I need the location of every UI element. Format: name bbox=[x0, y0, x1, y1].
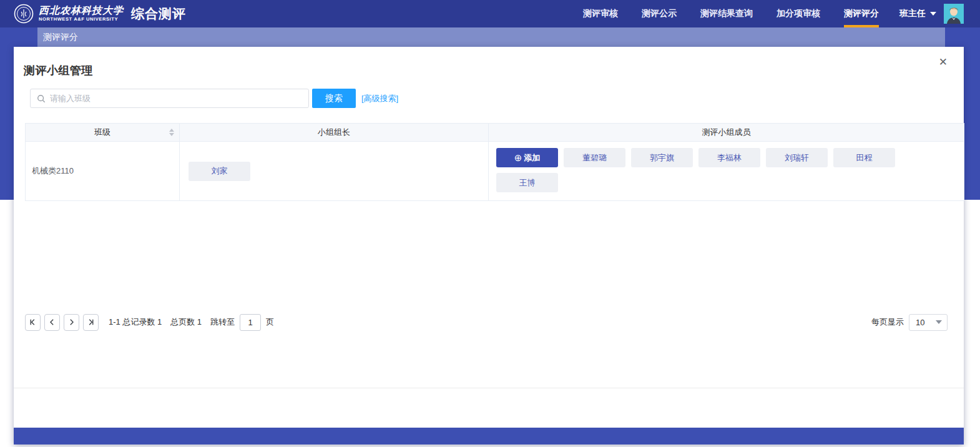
sort-icon[interactable] bbox=[169, 129, 174, 136]
per-page-label: 每页显示 bbox=[871, 317, 904, 328]
modal-title: 测评小组管理 bbox=[24, 63, 93, 78]
member-button[interactable]: 刘瑞轩 bbox=[766, 148, 828, 167]
jump-label: 跳转至 bbox=[210, 317, 235, 328]
search-button[interactable]: 搜索 bbox=[312, 89, 356, 108]
member-button[interactable]: 郭宇旗 bbox=[631, 148, 693, 167]
nav-item-publicity[interactable]: 测评公示 bbox=[642, 0, 677, 27]
nav-item-bonus-review[interactable]: 加分项审核 bbox=[777, 0, 820, 27]
avatar[interactable] bbox=[944, 4, 964, 24]
brand: 西北农林科技大学 NORTHWEST A&F UNIVERSITY 综合测评 bbox=[0, 0, 186, 27]
search-input[interactable] bbox=[50, 90, 308, 107]
search-icon bbox=[37, 94, 46, 103]
chevron-down-icon bbox=[930, 12, 936, 16]
per-page-select[interactable]: 10 bbox=[909, 314, 948, 331]
university-name-en: NORTHWEST A&F UNIVERSITY bbox=[39, 17, 124, 22]
members-row-1: ⊕ 添加 董碧璐 郭宇旗 李福林 刘瑞轩 田程 bbox=[496, 148, 964, 167]
total-pages: 总页数 1 bbox=[170, 317, 202, 328]
per-page-value: 10 bbox=[916, 318, 924, 327]
members-cell: ⊕ 添加 董碧璐 郭宇旗 李福林 刘瑞轩 田程 王博 bbox=[489, 142, 964, 200]
member-button[interactable]: 王博 bbox=[496, 173, 558, 192]
subnav-label[interactable]: 测评评分 bbox=[43, 32, 78, 43]
nav-item-result-query[interactable]: 测评结果查询 bbox=[700, 0, 753, 27]
top-nav: 测评审核 测评公示 测评结果查询 加分项审核 测评评分 班主任 bbox=[571, 0, 980, 27]
per-page-group: 每页显示 10 bbox=[871, 314, 948, 331]
search-row: 搜索 [高级搜索] bbox=[30, 89, 398, 108]
subnav-bar: 测评评分 bbox=[37, 27, 945, 47]
content-divider bbox=[14, 388, 964, 388]
prev-page-button[interactable] bbox=[44, 314, 60, 331]
first-page-button[interactable] bbox=[25, 314, 41, 331]
app-title: 综合测评 bbox=[131, 5, 186, 22]
chevron-down-icon bbox=[936, 320, 942, 324]
add-member-button[interactable]: ⊕ 添加 bbox=[496, 148, 558, 167]
last-page-button[interactable] bbox=[83, 314, 99, 331]
role-dropdown[interactable]: 班主任 bbox=[899, 0, 936, 27]
university-name-cn: 西北农林科技大学 bbox=[39, 6, 124, 16]
advanced-search-link[interactable]: [高级搜索] bbox=[361, 93, 398, 104]
member-button[interactable]: 李福林 bbox=[698, 148, 760, 167]
pagination-bar: 1-1 总记录数 1 总页数 1 跳转至 页 每页显示 10 bbox=[25, 313, 948, 331]
class-name-cell: 机械类2110 bbox=[26, 142, 180, 200]
column-header-class: 班级 bbox=[26, 124, 180, 141]
nav-item-review[interactable]: 测评审核 bbox=[583, 0, 618, 27]
page-unit: 页 bbox=[266, 317, 274, 328]
app-root: 西北农林科技大学 NORTHWEST A&F UNIVERSITY 综合测评 测… bbox=[0, 0, 980, 447]
jump-page-input[interactable] bbox=[240, 314, 261, 331]
top-header: 西北农林科技大学 NORTHWEST A&F UNIVERSITY 综合测评 测… bbox=[0, 0, 980, 27]
member-button[interactable]: 田程 bbox=[833, 148, 895, 167]
records-summary: 1-1 总记录数 1 bbox=[109, 317, 162, 328]
nav-item-scoring[interactable]: 测评评分 bbox=[844, 0, 879, 27]
table-header-row: 班级 小组组长 测评小组成员 bbox=[25, 123, 964, 142]
members-row-2: 王博 bbox=[496, 173, 964, 192]
add-icon: ⊕ bbox=[514, 153, 522, 162]
university-logo-icon bbox=[14, 4, 34, 24]
evaluation-group-modal: ✕ 测评小组管理 搜索 [高级搜索] 班级 bbox=[14, 47, 964, 445]
leader-cell: 刘家 bbox=[180, 142, 489, 200]
leader-button[interactable]: 刘家 bbox=[189, 162, 250, 181]
close-icon[interactable]: ✕ bbox=[939, 57, 948, 67]
group-table: 班级 小组组长 测评小组成员 机械类2110 刘家 bbox=[25, 123, 964, 201]
footer-bar bbox=[14, 428, 964, 445]
university-name-block: 西北农林科技大学 NORTHWEST A&F UNIVERSITY bbox=[39, 6, 124, 22]
next-page-button[interactable] bbox=[64, 314, 79, 331]
search-box bbox=[30, 89, 309, 108]
role-label: 班主任 bbox=[899, 8, 926, 19]
column-header-leader: 小组组长 bbox=[180, 124, 489, 141]
member-button[interactable]: 董碧璐 bbox=[564, 148, 625, 167]
column-header-members: 测评小组成员 bbox=[489, 124, 964, 141]
table-row: 机械类2110 刘家 ⊕ 添加 董碧璐 郭宇旗 李福林 刘瑞轩 田程 bbox=[25, 142, 964, 201]
